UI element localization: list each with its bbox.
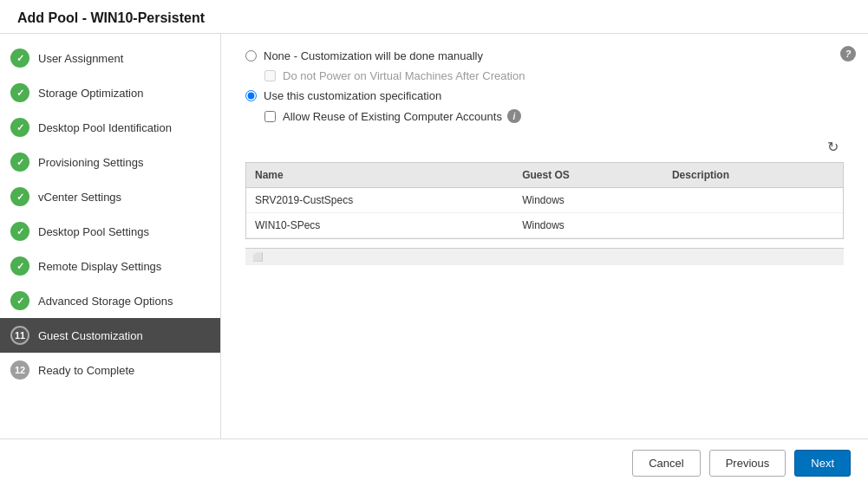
cell-name: SRV2019-CustSpecs [246, 188, 513, 213]
step-number-remote-display-settings: ✓ [10, 256, 29, 276]
cell-guest-os: Windows [513, 213, 663, 238]
sidebar-item-desktop-pool-settings[interactable]: ✓Desktop Pool Settings [0, 214, 220, 249]
allow-reuse-info-icon[interactable]: i [507, 109, 521, 123]
sidebar: ✓User Assignment✓Storage Optimization✓De… [0, 34, 221, 438]
sidebar-item-label-advanced-storage-options: Advanced Storage Options [38, 295, 173, 308]
sidebar-item-label-guest-customization: Guest Customization [38, 329, 143, 342]
radio-none-input[interactable] [245, 50, 257, 62]
radio-none-sub-option: Do not Power on Virtual Machines After C… [264, 69, 844, 82]
radio-use-spec-input[interactable] [245, 90, 257, 101]
dialog-body: ✓User Assignment✓Storage Optimization✓De… [0, 34, 868, 438]
table-body: SRV2019-CustSpecsWindowsWIN10-SPecsWindo… [246, 188, 843, 238]
step-number-storage-optimization: ✓ [10, 83, 29, 102]
sidebar-item-vcenter-settings[interactable]: ✓vCenter Settings [0, 179, 220, 214]
table-row[interactable]: WIN10-SPecsWindows [246, 213, 843, 238]
table-footer-indicator: ⬜ [252, 252, 263, 262]
sidebar-item-ready-to-complete[interactable]: 12Ready to Complete [0, 353, 220, 387]
cell-description [663, 188, 836, 213]
step-number-ready-to-complete: 12 [10, 360, 29, 380]
refresh-area: ↻ [245, 137, 844, 157]
table-row[interactable]: SRV2019-CustSpecsWindows [246, 188, 843, 213]
no-power-on-checkbox[interactable] [264, 70, 276, 81]
step-number-provisioning-settings: ✓ [10, 153, 29, 172]
no-power-on-label: Do not Power on Virtual Machines After C… [283, 69, 525, 82]
cancel-button[interactable]: Cancel [632, 450, 700, 477]
table-container: Name Guest OS Description SRV2019-CustSp… [245, 162, 844, 239]
sidebar-item-label-vcenter-settings: vCenter Settings [38, 191, 121, 204]
dialog-title: Add Pool - WIN10-Persistent [17, 10, 851, 26]
radio-group-customization: None - Customization will be done manual… [245, 49, 844, 123]
sidebar-item-provisioning-settings[interactable]: ✓Provisioning Settings [0, 145, 220, 179]
step-number-desktop-pool-identification: ✓ [10, 118, 29, 137]
refresh-button[interactable]: ↻ [822, 137, 844, 157]
previous-button[interactable]: Previous [709, 450, 786, 477]
sidebar-item-desktop-pool-identification[interactable]: ✓Desktop Pool Identification [0, 110, 220, 145]
table-header: Name Guest OS Description [246, 163, 843, 188]
table-wrapper: Name Guest OS Description SRV2019-CustSp… [245, 162, 844, 265]
sidebar-item-user-assignment[interactable]: ✓User Assignment [0, 41, 220, 75]
sidebar-item-advanced-storage-options[interactable]: ✓Advanced Storage Options [0, 283, 220, 318]
sidebar-item-guest-customization[interactable]: 11Guest Customization [0, 318, 220, 353]
add-pool-dialog: Add Pool - WIN10-Persistent ✓User Assign… [0, 0, 868, 487]
next-button[interactable]: Next [794, 450, 851, 477]
radio-none-option: None - Customization will be done manual… [245, 49, 844, 62]
step-number-guest-customization: 11 [10, 326, 29, 345]
col-description: Description [663, 163, 836, 188]
sidebar-item-remote-display-settings[interactable]: ✓Remote Display Settings [0, 249, 220, 283]
main-content: ? None - Customization will be done manu… [221, 34, 868, 438]
sidebar-item-label-ready-to-complete: Ready to Complete [38, 364, 134, 377]
step-number-desktop-pool-settings: ✓ [10, 222, 29, 241]
help-icon[interactable]: ? [840, 46, 856, 62]
radio-use-spec-option: Use this customization specification [245, 89, 844, 102]
allow-reuse-label: Allow Reuse of Existing Computer Account… [283, 110, 502, 123]
sidebar-item-label-remote-display-settings: Remote Display Settings [38, 260, 161, 273]
table-header-row: Name Guest OS Description [246, 163, 843, 188]
sidebar-item-label-desktop-pool-identification: Desktop Pool Identification [38, 121, 172, 134]
cell-description [663, 213, 836, 238]
radio-use-spec-label: Use this customization specification [264, 89, 441, 102]
cell-name: WIN10-SPecs [246, 213, 513, 238]
customization-specs-table: Name Guest OS Description SRV2019-CustSp… [246, 163, 843, 238]
col-guest-os: Guest OS [513, 163, 663, 188]
sidebar-item-label-storage-optimization: Storage Optimization [38, 87, 143, 100]
cell-scroll-spacer [836, 213, 843, 238]
col-scroll-spacer [836, 163, 843, 188]
sidebar-item-label-provisioning-settings: Provisioning Settings [38, 156, 143, 169]
cell-scroll-spacer [836, 188, 843, 213]
table-footer: ⬜ [245, 248, 844, 265]
step-number-vcenter-settings: ✓ [10, 187, 29, 206]
sidebar-item-label-user-assignment: User Assignment [38, 52, 123, 65]
cell-guest-os: Windows [513, 188, 663, 213]
sidebar-item-storage-optimization[interactable]: ✓Storage Optimization [0, 75, 220, 110]
step-number-advanced-storage-options: ✓ [10, 291, 29, 310]
col-name: Name [246, 163, 513, 188]
sidebar-item-label-desktop-pool-settings: Desktop Pool Settings [38, 225, 149, 238]
dialog-header: Add Pool - WIN10-Persistent [0, 0, 868, 34]
step-number-user-assignment: ✓ [10, 49, 29, 68]
allow-reuse-row: Allow Reuse of Existing Computer Account… [264, 109, 844, 123]
dialog-footer: Cancel Previous Next [0, 438, 868, 487]
radio-none-label: None - Customization will be done manual… [264, 49, 483, 62]
allow-reuse-checkbox[interactable] [264, 111, 276, 122]
